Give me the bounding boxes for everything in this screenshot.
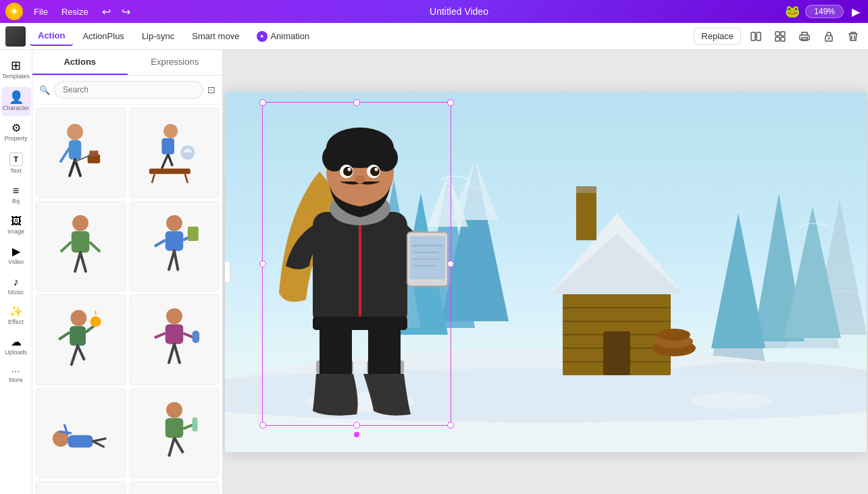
toolbar-right: Replace: [694, 27, 863, 46]
file-menu[interactable]: File: [28, 5, 53, 19]
character-icon: 👤: [9, 91, 24, 103]
scene-preview-thumbnail[interactable]: [5, 26, 26, 47]
action-card-5[interactable]: [35, 294, 126, 385]
svg-line-56: [93, 439, 106, 441]
svg-rect-27: [72, 231, 90, 252]
action-card-9[interactable]: [35, 481, 126, 494]
sidebar-label-templates: Templates: [2, 73, 30, 80]
svg-line-36: [155, 240, 165, 246]
action-card-6[interactable]: [129, 294, 220, 385]
svg-rect-133: [576, 186, 596, 240]
search-icon: 🔍: [39, 85, 50, 95]
tab-smartmove[interactable]: Smart move: [184, 27, 247, 45]
svg-point-47: [166, 308, 182, 325]
action-card-8[interactable]: [129, 388, 220, 479]
text-icon: T: [9, 153, 23, 166]
svg-point-152: [374, 168, 378, 171]
sidebar-item-templates[interactable]: ⊞ Templates: [1, 55, 31, 84]
print-icon[interactable]: [795, 27, 814, 46]
tab-animation[interactable]: ✦ Animation: [249, 27, 317, 46]
sidebar-item-more[interactable]: ··· More: [1, 363, 31, 388]
tab-lipsync[interactable]: Lip-sync: [134, 27, 182, 45]
svg-rect-40: [70, 326, 86, 346]
expand-icon[interactable]: ⊡: [207, 84, 215, 95]
svg-line-49: [169, 344, 174, 363]
action-card-7[interactable]: [35, 388, 126, 479]
sidebar-item-property[interactable]: ⚙ Property: [1, 119, 31, 146]
action-card-4[interactable]: [129, 201, 220, 292]
svg-line-14: [61, 149, 69, 162]
panel-tab-expressions[interactable]: Expressions: [128, 50, 223, 75]
action-card-3[interactable]: [35, 201, 126, 292]
svg-line-41: [72, 346, 78, 365]
svg-rect-22: [149, 169, 190, 174]
svg-rect-2: [775, 32, 780, 36]
svg-rect-4: [775, 37, 780, 41]
effect-icon: ✨: [9, 306, 23, 317]
video-icon: ▶: [12, 246, 20, 257]
sidebar-label-effect: Effect: [8, 319, 24, 326]
main-layout: ⊞ Templates 👤 Character ⚙ Property T Tex…: [0, 50, 868, 494]
canvas-area[interactable]: ‹: [223, 50, 868, 494]
canvas-collapse-arrow[interactable]: ‹: [225, 261, 230, 283]
svg-rect-53: [192, 331, 199, 344]
action-card-1[interactable]: [35, 107, 126, 198]
svg-point-7: [807, 36, 808, 38]
svg-line-30: [61, 242, 72, 252]
svg-line-23: [152, 174, 155, 183]
action-card-10[interactable]: [129, 481, 220, 494]
replace-button[interactable]: Replace: [694, 28, 741, 45]
actions-panel: Actions Expressions 🔍 ⊡: [32, 50, 223, 494]
svg-rect-134: [576, 186, 596, 193]
svg-line-50: [174, 344, 180, 363]
undo-button[interactable]: ↩: [99, 4, 113, 20]
sidebar-item-effect[interactable]: ✨ Effect: [1, 302, 31, 330]
sidebar-item-video[interactable]: ▶ Video: [1, 242, 31, 270]
publish-icon[interactable]: ▶: [849, 4, 863, 20]
sidebar-item-uploads[interactable]: ☁ Uploads: [1, 333, 31, 360]
svg-line-20: [161, 155, 168, 169]
grid-icon[interactable]: [771, 27, 790, 46]
svg-point-32: [166, 215, 182, 231]
tab-actionplus[interactable]: ActionPlus: [74, 27, 132, 45]
columns-icon[interactable]: [746, 27, 765, 46]
sidebar-label-uploads: Uploads: [5, 349, 27, 356]
svg-line-57: [93, 441, 104, 447]
actions-grid-scroll[interactable]: [32, 105, 222, 494]
svg-marker-120: [451, 159, 499, 220]
svg-rect-0: [751, 32, 755, 40]
tab-action[interactable]: Action: [30, 26, 73, 46]
sidebar-item-bq[interactable]: ≡ Bq: [1, 182, 31, 209]
sidebar-item-image[interactable]: 🖼 Image: [1, 212, 31, 240]
action-card-2[interactable]: [129, 107, 220, 198]
property-icon: ⚙: [11, 123, 21, 134]
image-icon: 🖼: [11, 216, 22, 227]
svg-line-13: [75, 160, 80, 176]
svg-line-43: [59, 333, 70, 340]
svg-point-139: [691, 393, 772, 409]
svg-point-137: [658, 329, 690, 341]
zoom-level[interactable]: 149%: [805, 5, 844, 18]
canvas-stage: ‹: [225, 92, 867, 452]
search-input[interactable]: [54, 81, 203, 99]
app-logo[interactable]: ✦: [5, 3, 23, 20]
document-title: Untitled Video: [138, 6, 780, 17]
sidebar-item-music[interactable]: ♪ Music: [1, 273, 31, 300]
svg-point-45: [91, 317, 101, 327]
svg-line-42: [78, 346, 84, 360]
panel-tab-actions[interactable]: Actions: [32, 50, 128, 75]
redo-button[interactable]: ↪: [119, 4, 133, 20]
sidebar-label-image: Image: [7, 228, 24, 236]
lock-icon[interactable]: [819, 27, 838, 46]
svg-line-63: [174, 437, 183, 453]
svg-rect-11: [69, 140, 82, 160]
svg-line-62: [169, 437, 174, 456]
sidebar-item-character[interactable]: 👤 Character: [1, 87, 31, 116]
resize-menu[interactable]: Resize: [56, 5, 94, 19]
svg-rect-19: [161, 138, 174, 155]
svg-rect-1: [757, 32, 761, 40]
svg-marker-123: [711, 213, 765, 348]
svg-point-26: [72, 215, 88, 231]
delete-icon[interactable]: [844, 27, 863, 46]
sidebar-item-text[interactable]: T Text: [1, 148, 31, 179]
